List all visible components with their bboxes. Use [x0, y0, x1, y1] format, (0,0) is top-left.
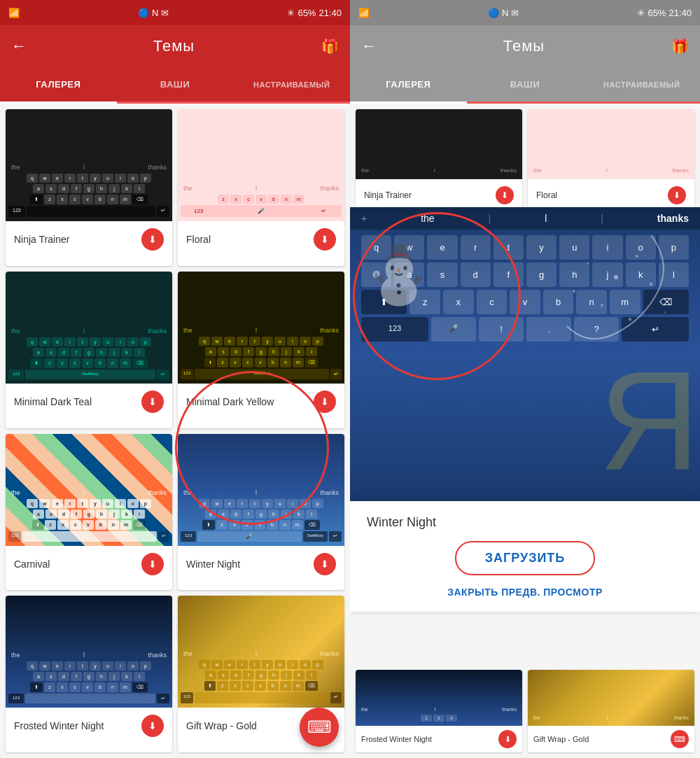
theme-preview-gift-right: thelthanks	[528, 670, 694, 726]
theme-name-floral: Floral	[186, 234, 211, 245]
gift-button-right[interactable]: 🎁	[671, 38, 689, 55]
page-title-left: Темы	[27, 37, 321, 55]
theme-name-dark-teal: Minimal Dark Teal	[14, 396, 92, 407]
key-x[interactable]: x	[443, 290, 474, 314]
modal-theme-name: Winter Night	[367, 515, 683, 530]
svg-point-0	[614, 275, 618, 279]
theme-name-gift: Gift Wrap - Gold	[186, 720, 257, 731]
theme-name-ninja: Ninja Trainer	[14, 234, 69, 245]
theme-card-winter[interactable]: thelthanks qwertyuiop asdfghjkl ⬆zxcvbnm…	[178, 434, 344, 591]
app-bar-right: ← Темы 🎁	[350, 25, 700, 67]
battery-text: 65%	[298, 8, 316, 18]
fab-button-left[interactable]: ⌨	[300, 708, 339, 747]
theme-name-frosted-right: Frosted Winter Night	[361, 735, 432, 743]
signal-icon: 📶	[8, 8, 20, 18]
download-btn-winter[interactable]: ⬇	[314, 553, 336, 575]
right-panel: 📶 🔵 N ✉ ✳ 65% 21:40 ← Темы 🎁 ГАЛЕРЕЯ ВАШ…	[350, 0, 700, 758]
tab-custom-right[interactable]: НАСТРАИВАЕМЫЙ	[583, 67, 700, 101]
suggestion-divider1: |	[489, 213, 491, 224]
theme-name-winter: Winter Night	[186, 559, 240, 570]
status-icons-right: 🔵 N ✉	[488, 8, 519, 18]
status-bar-right: 📶 🔵 N ✉ ✳ 65% 21:40	[350, 0, 700, 25]
svg-point-4	[587, 262, 589, 265]
theme-card-dark-teal[interactable]: thelthanks qwertyuiop asdfghjkl ⬆zxcvbnm…	[6, 272, 172, 428]
svg-point-1	[636, 255, 638, 258]
status-icons: 🔵 N ✉	[138, 8, 169, 18]
back-button-right[interactable]: ←	[361, 37, 377, 55]
theme-card-frosted-right[interactable]: thelthanks 123 Frosted Winter Night ⬇	[356, 670, 522, 752]
theme-preview-gift: thelthanks qwertyuiop asdfghjkl ⬆zxcvbnm…	[178, 596, 344, 708]
theme-preview-dark-teal: thelthanks qwertyuiop asdfghjkl ⬆zxcvbnm…	[6, 272, 172, 384]
key-d[interactable]: d	[461, 262, 491, 287]
app-bar-left: ← Темы 🎁	[0, 25, 350, 67]
download-btn-frosted[interactable]: ⬇	[141, 715, 164, 737]
theme-preview-winter: thelthanks qwertyuiop asdfghjkl ⬆zxcvbnm…	[178, 434, 344, 546]
key-mic[interactable]: 🎤	[431, 317, 476, 342]
key-r[interactable]: r	[461, 235, 491, 260]
download-btn-carnival[interactable]: ⬇	[141, 553, 164, 575]
themes-grid-left: thelthanks qwertyuiop asdfghjkl ⬆zxcvbnm…	[0, 104, 350, 758]
left-panel: 📶 🔵 N ✉ ✳ 65% 21:40 ← Темы 🎁 ГАЛЕРЕЯ ВАШ…	[0, 0, 350, 758]
modal-card: Winter Night ЗАГРУЗИТЬ ЗАКРЫТЬ ПРЕДВ. ПР…	[350, 501, 700, 612]
download-btn-ninja[interactable]: ⬇	[141, 228, 164, 251]
key-f[interactable]: f	[493, 262, 524, 287]
gift-button-left[interactable]: 🎁	[321, 38, 339, 55]
tab-yours-left[interactable]: ВАШИ	[117, 67, 234, 101]
bluetooth-icon: ✳	[287, 8, 295, 18]
download-btn-gift-right[interactable]: ⌨	[671, 730, 689, 748]
key-123[interactable]: 123	[361, 317, 428, 342]
time-text: 21:40	[318, 8, 342, 18]
download-btn-dark-teal[interactable]: ⬇	[141, 391, 164, 413]
modal-overlay: ⛄ Я +	[350, 104, 700, 758]
download-btn-dark-yellow[interactable]: ⬇	[314, 391, 336, 413]
status-bar-left: 📶 🔵 N ✉ ✳ 65% 21:40	[0, 0, 350, 25]
theme-card-gift-right[interactable]: thelthanks Gift Wrap - Gold ⌨	[528, 670, 694, 752]
time-text-right: 21:40	[668, 8, 692, 18]
theme-card-carnival[interactable]: thelthanks qwertyuiop asdfghjkl ⬆zxcvbnm…	[6, 434, 172, 591]
theme-preview-frosted: thelthanks qwertyuiop asdfghjkl ⬆zxcvbnm…	[6, 596, 172, 708]
svg-point-3	[650, 283, 652, 286]
bluetooth-icon-right: ✳	[637, 8, 645, 18]
download-button-modal[interactable]: ЗАГРУЗИТЬ	[455, 541, 595, 575]
theme-card-floral[interactable]: thelthanks z x c v b n m 123 🎤 ↵	[178, 109, 344, 266]
theme-name-dark-yellow: Minimal Dark Yellow	[186, 396, 274, 407]
theme-card-ninja[interactable]: thelthanks qwertyuiop asdfghjkl ⬆zxcvbnm…	[6, 109, 172, 266]
theme-preview-floral: thelthanks z x c v b n m 123 🎤 ↵	[178, 109, 344, 221]
theme-name-frosted: Frosted Winter Night	[14, 720, 104, 731]
theme-name-carnival: Carnival	[14, 559, 50, 570]
download-btn-frosted-right[interactable]: ⬇	[498, 730, 517, 748]
tab-bar-left: ГАЛЕРЕЯ ВАШИ НАСТРАИВАЕМЫЙ	[0, 67, 350, 104]
key-t[interactable]: t	[493, 235, 524, 260]
theme-preview-carnival: thelthanks qwertyuiop asdfghjkl ⬆zxcvbnm…	[6, 434, 172, 546]
tab-yours-right[interactable]: ВАШИ	[467, 67, 584, 101]
tab-gallery-left[interactable]: ГАЛЕРЕЯ	[0, 67, 117, 104]
page-title-right: Темы	[377, 37, 671, 55]
tab-bar-right: ГАЛЕРЕЯ ВАШИ НАСТРАИВАЕМЫЙ	[350, 67, 700, 104]
suggestion-the[interactable]: the	[421, 213, 434, 224]
tab-custom-left[interactable]: НАСТРАИВАЕМЫЙ	[233, 67, 350, 101]
back-button-left[interactable]: ←	[11, 37, 27, 55]
theme-preview-dark-yellow: thelthanks qwertyuiop asdfghjkl ⬆zxcvbnm…	[178, 272, 344, 384]
close-preview-button[interactable]: ЗАКРЫТЬ ПРЕДВ. ПРОСМОТР	[367, 587, 683, 598]
suggestion-plus: +	[361, 213, 367, 224]
theme-preview-frosted-right: thelthanks 123	[356, 670, 522, 726]
theme-card-frosted[interactable]: thelthanks qwertyuiop asdfghjkl ⬆zxcvbnm…	[6, 596, 172, 752]
keyboard-preview-large: ⛄ Я +	[350, 207, 700, 501]
theme-card-dark-yellow[interactable]: thelthanks qwertyuiop asdfghjkl ⬆zxcvbnm…	[178, 272, 344, 428]
theme-preview-ninja: thelthanks qwertyuiop asdfghjkl ⬆zxcvbnm…	[6, 109, 172, 221]
theme-name-gift-right: Gift Wrap - Gold	[533, 735, 589, 743]
download-btn-floral[interactable]: ⬇	[314, 228, 336, 251]
tab-gallery-right[interactable]: ГАЛЕРЕЯ	[350, 67, 467, 104]
battery-text-right: 65%	[648, 8, 666, 18]
signal-icon-right: 📶	[358, 8, 370, 18]
